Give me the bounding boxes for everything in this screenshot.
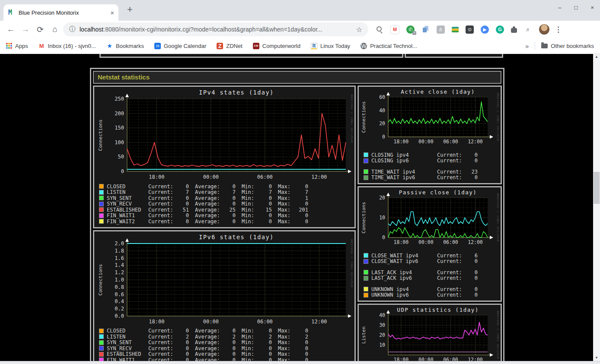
ipv4-states-graph[interactable]: 05010015020025018:0000:0006:0012:00IPv4 … <box>95 88 353 180</box>
legend-swatch <box>99 184 103 188</box>
window-close-button[interactable]: × <box>590 4 594 11</box>
zoom-camera-extension-icon[interactable]: ▶ <box>481 25 489 34</box>
voice-phone-extension-icon[interactable]: ✆? <box>406 25 415 34</box>
legend-stat-label: Average: <box>195 351 223 357</box>
bookmark-practical-technol[interactable]: WPractical Technol... <box>361 43 417 49</box>
legend-stat-label: Current: <box>437 286 466 292</box>
bookmark-bookmarks[interactable]: ★Bookmarks <box>106 43 144 49</box>
gmail-extension-icon[interactable]: M <box>390 25 399 34</box>
back-button[interactable]: ← <box>3 25 18 34</box>
browser-menu-icon[interactable]: ⋮ <box>555 25 562 34</box>
bookmark-label: Linux Today <box>320 43 350 49</box>
legend-stat-label: Current: <box>148 334 176 340</box>
legend-swatch <box>99 335 103 339</box>
apps-grid-icon[interactable] <box>6 43 12 49</box>
search-extension-icon[interactable] <box>375 25 383 34</box>
bookmark-inbox-16-sjvn0[interactable]: MInbox (16) - sjvn0... <box>38 43 96 49</box>
star-icon[interactable]: ★ <box>106 43 113 49</box>
gmail-icon[interactable]: M <box>38 43 45 49</box>
browser-tab[interactable]: M Blue Precision Monitorix × <box>3 4 118 21</box>
legend-series-name: CLOSING ipv4 <box>371 152 437 158</box>
home-button[interactable]: ⌂ <box>48 25 62 34</box>
bookmark-label: Google Calendar <box>164 43 206 49</box>
svg-text:Active close (1day): Active close (1day) <box>401 89 475 95</box>
ipv6-states-graph[interactable]: 0.00.20.40.60.81.01.21.41.61.82.018:0000… <box>95 232 353 325</box>
legend-stat-value: 0 <box>295 212 308 218</box>
puzzle-extension-icon[interactable] <box>511 28 517 33</box>
legend-stat-label: Max: <box>278 184 295 190</box>
legend-stat-value: 23 <box>466 169 478 175</box>
legend-row: CLOSING ipv4Current:0 <box>364 152 498 158</box>
legend-row: ESTABLISHEDCurrent:51Average:25Min:15Max… <box>99 207 352 213</box>
legend-stat-label: Max: <box>278 212 295 218</box>
right-graph-column: 020406018:0000:0006:0012:00Active close … <box>357 85 502 364</box>
playlist-extension-icon[interactable]: ♬ <box>524 25 532 34</box>
window-maximize-button[interactable]: □ <box>574 4 578 11</box>
legend-row: LISTENCurrent:2Average:2Min:2Max:2 <box>99 334 352 340</box>
legend-stat-label: Max: <box>278 218 295 225</box>
active-close-graph[interactable]: 020406018:0000:0006:0012:00Active close … <box>360 88 499 149</box>
legend-row: ESTABLISHEDCurrent:0Average:0Min:0Max:0 <box>99 351 352 358</box>
bookmark-google-calendar[interactable]: 28Google Calendar <box>154 43 206 49</box>
page-scrollbar[interactable]: ▲ ▼ <box>593 54 600 361</box>
legend-stat-value: 0 <box>223 339 236 345</box>
legend-stat-value: 0 <box>176 351 189 357</box>
forward-button[interactable]: → <box>18 25 33 34</box>
legend-row: UNKNOWN ipv4Current:0 <box>364 286 498 292</box>
svg-text:M: M <box>8 9 12 16</box>
wordpress-icon[interactable]: W <box>361 43 367 49</box>
zdnet-icon[interactable]: Z <box>217 43 223 49</box>
bookmark-zdnet[interactable]: ZZDNet <box>217 43 243 49</box>
bookmarks-overflow-icon[interactable]: » <box>525 42 529 50</box>
passive-close-graph[interactable]: 0102018:0000:0006:0012:00Passive close (… <box>360 188 499 250</box>
tab-close-icon[interactable]: × <box>110 9 114 16</box>
books-extension-icon[interactable] <box>452 27 459 32</box>
svg-text:RRDTOOL / TOBI OETIKER: RRDTOOL / TOBI OETIKER <box>496 193 499 242</box>
legend-series-name: LISTEN <box>107 189 148 195</box>
legend-stat-label: Min: <box>242 207 259 213</box>
bookmark-apps[interactable]: Apps <box>6 43 28 49</box>
legend-stat-value: 0 <box>259 339 272 345</box>
url-bar[interactable]: ⓘ localhost :8080/monitorix-cgi/monitori… <box>63 22 368 36</box>
svg-text:IPv4 states (1day): IPv4 states (1day) <box>199 89 274 96</box>
other-bookmarks-button[interactable]: Other bookmarks <box>541 43 594 49</box>
netstat-section: Netstat statistics 05010015020025018:000… <box>90 68 504 364</box>
scrollbar-up-icon[interactable]: ▲ <box>593 54 600 60</box>
udp-statistics-graph[interactable]: 1020304018:0000:0006:0012:00UDP statisti… <box>360 306 499 364</box>
computerworld-icon[interactable]: CW <box>253 43 259 49</box>
legend-stat-value: 0 <box>223 212 236 218</box>
bookmark-computerworld[interactable]: CWComputerworld <box>253 43 300 49</box>
legend-swatch <box>99 219 103 223</box>
svg-text:0: 0 <box>382 234 385 241</box>
svg-text:0: 0 <box>382 134 385 140</box>
copy-pages-extension-icon[interactable] <box>421 25 430 34</box>
lamp-extension-icon[interactable]: ⊙ <box>466 25 474 34</box>
profile-avatar[interactable] <box>539 24 549 35</box>
grammarly-extension-icon[interactable]: G <box>496 25 504 34</box>
scrollbar-thumb[interactable] <box>594 172 600 204</box>
legend-stat-value: 0 <box>259 345 272 351</box>
person-extension-icon[interactable]: ♙ <box>437 25 445 34</box>
scrollbar-down-icon[interactable]: ▼ <box>593 355 600 361</box>
svg-text:06:00: 06:00 <box>257 319 273 325</box>
linux-today-icon[interactable]: lt <box>311 43 317 49</box>
svg-text:00:00: 00:00 <box>203 174 219 180</box>
legend-stat-label: Average: <box>195 207 223 213</box>
page-info-icon[interactable]: ⓘ <box>69 25 75 33</box>
svg-text:Listen: Listen <box>361 326 367 344</box>
folder-icon <box>541 44 548 48</box>
bookmark-label: Practical Technol... <box>370 43 417 49</box>
calendar-icon[interactable]: 28 <box>154 43 161 49</box>
new-tab-button[interactable]: + <box>127 4 133 15</box>
legend-stat-value: 0 <box>466 258 478 264</box>
legend-row: UNKNOWN ipv6Current:0 <box>364 292 498 298</box>
reload-button[interactable]: ⟳ <box>33 25 48 35</box>
window-minimize-button[interactable]: – <box>558 4 561 11</box>
bookmark-linux-today[interactable]: ltLinux Today <box>311 43 350 49</box>
legend-series-name: CLOSE_WAIT ipv6 <box>371 258 437 264</box>
bookmark-star-icon[interactable]: ☆ <box>356 25 362 34</box>
left-graph-column: 05010015020025018:0000:0006:0012:00IPv4 … <box>93 85 356 364</box>
svg-text:18:00: 18:00 <box>149 319 164 325</box>
legend-stat-label: Average: <box>195 334 223 340</box>
svg-text:0.2: 0.2 <box>115 306 124 312</box>
